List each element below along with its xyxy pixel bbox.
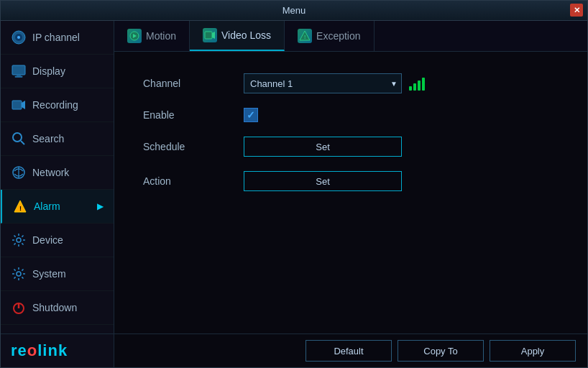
system-icon: [11, 266, 27, 282]
svg-text:!: !: [304, 34, 306, 40]
logo-text: reolink: [11, 341, 104, 360]
signal-bar-2: [413, 83, 416, 91]
schedule-control: Set: [244, 137, 402, 157]
tab-exception[interactable]: ! Exception: [285, 21, 374, 51]
display-icon: [11, 63, 27, 79]
video-loss-tab-label: Video Loss: [221, 29, 271, 41]
svg-rect-20: [205, 32, 212, 39]
content-area: Motion Video Loss !: [114, 21, 587, 367]
sidebar-item-shutdown[interactable]: Shutdown: [1, 291, 114, 325]
svg-point-14: [17, 238, 21, 242]
close-button[interactable]: ✕: [570, 4, 583, 17]
svg-marker-7: [22, 101, 25, 109]
svg-point-8: [13, 133, 22, 142]
alarm-arrow-icon: ▶: [97, 201, 104, 211]
sidebar-label-recording: Recording: [32, 99, 78, 111]
default-button[interactable]: Default: [306, 340, 392, 362]
enable-control: ✓: [244, 108, 258, 122]
alarm-icon: !: [12, 198, 28, 214]
search-icon: [11, 131, 27, 147]
svg-rect-6: [12, 101, 22, 109]
enable-row: Enable ✓: [143, 108, 559, 122]
sidebar-item-search[interactable]: Search: [1, 122, 114, 156]
network-icon: [11, 165, 27, 180]
title-bar: Menu ✕: [1, 1, 587, 21]
signal-bar-3: [418, 80, 421, 91]
tab-motion[interactable]: Motion: [114, 21, 190, 51]
enable-checkbox[interactable]: ✓: [244, 108, 258, 122]
sidebar-item-recording[interactable]: Recording: [1, 88, 114, 122]
sidebar-label-network: Network: [32, 167, 69, 178]
logo-dot: o: [27, 341, 37, 359]
action-set-button[interactable]: Set: [244, 171, 402, 191]
apply-button[interactable]: Apply: [490, 340, 576, 362]
svg-line-9: [21, 141, 24, 144]
sidebar-logo: reolink: [1, 334, 114, 367]
sidebar: IP channel Display: [1, 21, 114, 367]
exception-tab-icon: !: [298, 29, 312, 43]
main-window: Menu ✕ IP channel: [0, 0, 588, 368]
form-area: Channel Channel 1 Channel 2 Channel 3 Ch…: [114, 52, 587, 334]
main-layout: IP channel Display: [1, 21, 587, 367]
sidebar-label-ip-channel: IP channel: [32, 32, 80, 43]
sidebar-label-search: Search: [32, 133, 64, 144]
schedule-row: Schedule Set: [143, 137, 559, 157]
channel-label: Channel: [143, 78, 229, 89]
tab-video-loss[interactable]: Video Loss: [190, 21, 285, 51]
svg-rect-3: [12, 65, 25, 75]
signal-bars: [409, 76, 425, 91]
bottom-bar: Default Copy To Apply: [114, 334, 587, 367]
sidebar-item-display[interactable]: Display: [1, 55, 114, 88]
action-row: Action Set: [143, 171, 559, 191]
channel-select-wrapper: Channel 1 Channel 2 Channel 3 Channel 4 …: [244, 73, 402, 93]
channel-row: Channel Channel 1 Channel 2 Channel 3 Ch…: [143, 73, 559, 93]
svg-point-2: [17, 36, 20, 39]
sidebar-label-shutdown: Shutdown: [32, 302, 77, 313]
motion-tab-label: Motion: [146, 30, 176, 42]
svg-point-15: [17, 272, 21, 276]
signal-bar-4: [422, 78, 425, 91]
svg-rect-5: [15, 76, 22, 78]
device-icon: [11, 232, 27, 248]
sidebar-label-system: System: [32, 268, 66, 280]
copy-to-button[interactable]: Copy To: [398, 340, 484, 362]
svg-text:!: !: [19, 205, 22, 212]
channel-control: Channel 1 Channel 2 Channel 3 Channel 4 …: [244, 73, 425, 93]
sidebar-item-ip-channel[interactable]: IP channel: [1, 21, 114, 55]
sidebar-item-system[interactable]: System: [1, 257, 114, 291]
sidebar-label-device: Device: [32, 234, 63, 246]
video-loss-tab-icon: [203, 28, 217, 42]
ip-channel-icon: [11, 29, 27, 45]
sidebar-item-network[interactable]: Network: [1, 156, 114, 190]
tab-bar: Motion Video Loss !: [114, 21, 587, 52]
window-title: Menu: [282, 5, 306, 16]
svg-marker-21: [212, 32, 215, 39]
sidebar-label-alarm: Alarm: [34, 201, 60, 212]
motion-tab-icon: [127, 29, 142, 43]
checkmark-icon: ✓: [247, 109, 255, 121]
signal-bar-1: [409, 86, 412, 91]
sidebar-item-device[interactable]: Device: [1, 224, 114, 257]
enable-label: Enable: [143, 109, 229, 121]
shutdown-icon: [11, 300, 27, 316]
sidebar-item-alarm[interactable]: ! Alarm ▶: [1, 190, 114, 224]
exception-tab-label: Exception: [316, 30, 360, 42]
schedule-set-button[interactable]: Set: [244, 137, 402, 157]
action-control: Set: [244, 171, 402, 191]
channel-select[interactable]: Channel 1 Channel 2 Channel 3 Channel 4: [244, 73, 402, 93]
recording-icon: [11, 97, 27, 113]
schedule-label: Schedule: [143, 141, 229, 152]
sidebar-label-display: Display: [32, 65, 65, 77]
action-label: Action: [143, 175, 229, 187]
